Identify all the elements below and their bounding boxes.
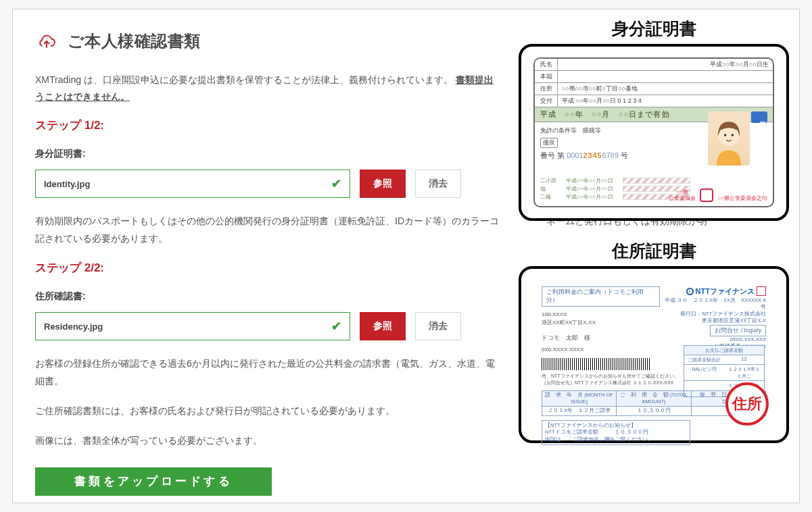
step1-upload-row: Identity.jpg ✔ 参照 消去	[35, 170, 461, 198]
dl-conditions: 免許の条件等 眼鏡等 優良	[540, 126, 601, 148]
residency-file-name: Residency.jpg	[44, 322, 103, 332]
sample-column: 身分証明書 氏名 平成○○年○○月○○日生 本籍	[519, 18, 789, 462]
license-type-badge: 運転免許証	[751, 111, 767, 123]
svg-point-2	[732, 134, 734, 136]
dl-photo	[708, 111, 750, 165]
upload-cloud-icon	[35, 30, 58, 53]
address-stamp-icon: 住所	[725, 382, 769, 426]
dl-issuer-stamp: ○○県公安委員会 ○○県公安委員会之印	[669, 188, 767, 202]
barcode-icon	[542, 358, 650, 370]
bill-sub-box: 【NTTファイナンスからのお知らせ】 NTTドコモご請求金額 １０,５００円 内…	[542, 420, 690, 446]
bill-zip: 100-XXXX 港区XX町XX丁目X-XX	[542, 311, 660, 327]
bill-phone: 0X0-XXXX-XXXX	[542, 347, 660, 353]
check-icon: ✔	[331, 319, 341, 334]
dl-dob: 平成○○年○○月○○日生	[706, 59, 773, 70]
dl-number: 番号 第 000123456789 号	[540, 151, 628, 161]
dl-honseki-label: 本籍	[535, 71, 558, 82]
dl-address-label: 住所	[535, 83, 558, 95]
submit-button[interactable]: 書類をアップロードする	[35, 467, 272, 496]
bill-issuer-info: NTTファイナンス 平成 ３０ ２０１X年 XX月 XXXXXX X号 発行日：…	[660, 286, 766, 350]
browse-button-2[interactable]: 参照	[360, 312, 406, 340]
sample-id-frame: 氏名 平成○○年○○月○○日生 本籍 住所 ○○県○○市○○町○丁目○○番地	[519, 44, 789, 221]
browse-button-1[interactable]: 参照	[360, 170, 406, 198]
sample-addr-frame: ご利用料金のご案内（ドコモご利用分） 100-XXXX 港区XX町XX丁目X-X…	[519, 266, 789, 443]
step2-upload-row: Residency.jpg ✔ 参照 消去	[35, 312, 461, 340]
utility-bill: ご利用料金のご案内（ドコモご利用分） 100-XXXX 港区XX町XX丁目X-X…	[533, 280, 774, 430]
sample-id-block: 身分証明書 氏名 平成○○年○○月○○日生 本籍	[519, 18, 789, 221]
bill-recipient: ドコモ 太郎 様	[542, 334, 660, 342]
dl-issue-value: 平成 ○○年○○月○○日 0 1 2 3 4	[558, 95, 773, 107]
identity-file-name: Identity.jpg	[44, 179, 90, 189]
clear-button-2[interactable]: 消去	[415, 312, 461, 340]
identity-file-box[interactable]: Identity.jpg ✔	[35, 170, 350, 198]
dl-issue-label: 交付	[535, 95, 558, 107]
sample-addr-block: 住所証明書 ご利用料金のご案内（ドコモご利用分） 100-XXXX 港区XX町X…	[519, 240, 789, 443]
sample-addr-title: 住所証明書	[519, 240, 789, 262]
svg-point-1	[724, 134, 727, 136]
ntt-logo: NTTファイナンス	[660, 286, 766, 296]
check-icon: ✔	[331, 176, 341, 191]
drivers-license-card: 氏名 平成○○年○○月○○日生 本籍 住所 ○○県○○市○○町○丁目○○番地	[533, 57, 774, 207]
page-title: ご本人様確認書類	[68, 30, 201, 52]
dl-category-table: 二小原平成○○年○○月○○日 他平成○○年○○月○○日 二種平成○○年○○月○○…	[540, 176, 690, 201]
residency-file-box[interactable]: Residency.jpg ✔	[35, 312, 350, 340]
bill-title-box: ご利用料金のご案内（ドコモご利用分）	[542, 286, 660, 307]
clear-button-1[interactable]: 消去	[415, 170, 461, 198]
person-icon	[710, 117, 748, 165]
dl-address-value: ○○県○○市○○町○丁目○○番地	[558, 83, 773, 95]
dl-name-label: 氏名	[535, 59, 558, 70]
sample-id-title: 身分証明書	[519, 18, 789, 40]
